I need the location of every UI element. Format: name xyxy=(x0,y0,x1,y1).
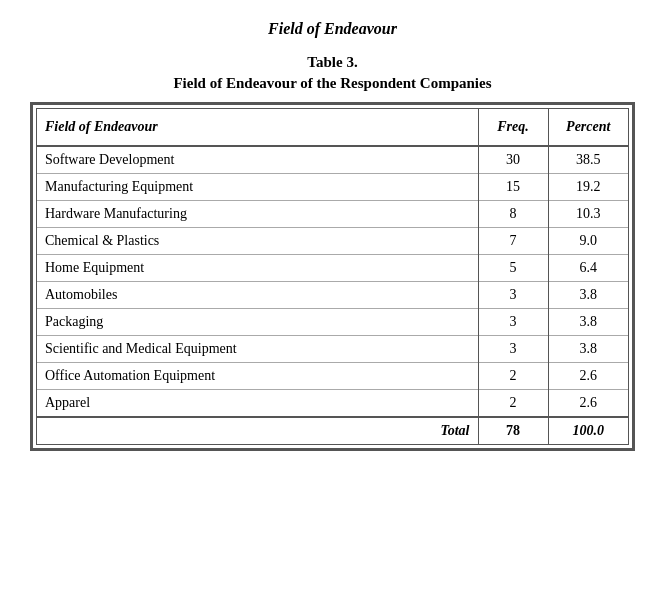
table-subtitle: Field of Endeavour of the Respondent Com… xyxy=(173,75,491,92)
cell-freq: 2 xyxy=(478,390,548,418)
table-row: Hardware Manufacturing810.3 xyxy=(37,201,628,228)
cell-freq: 2 xyxy=(478,363,548,390)
outer-border: Field of Endeavour Freq. Percent Softwar… xyxy=(30,102,635,451)
cell-percent: 3.8 xyxy=(548,309,628,336)
cell-field: Apparel xyxy=(37,390,478,418)
cell-freq: 7 xyxy=(478,228,548,255)
table-row: Software Development3038.5 xyxy=(37,146,628,174)
cell-percent: 6.4 xyxy=(548,255,628,282)
cell-percent: 10.3 xyxy=(548,201,628,228)
cell-field: Automobiles xyxy=(37,282,478,309)
cell-freq: 3 xyxy=(478,282,548,309)
table-row: Chemical & Plastics79.0 xyxy=(37,228,628,255)
cell-percent: 3.8 xyxy=(548,336,628,363)
header-freq: Freq. xyxy=(478,109,548,146)
footer-percent: 100.0 xyxy=(548,417,628,444)
table-row: Manufacturing Equipment1519.2 xyxy=(37,174,628,201)
header-percent: Percent xyxy=(548,109,628,146)
header-field: Field of Endeavour xyxy=(37,109,478,146)
table-header-row: Field of Endeavour Freq. Percent xyxy=(37,109,628,146)
table-row: Packaging33.8 xyxy=(37,309,628,336)
table-label: Table 3. xyxy=(307,54,357,71)
cell-freq: 8 xyxy=(478,201,548,228)
cell-field: Office Automation Equipment xyxy=(37,363,478,390)
cell-field: Scientific and Medical Equipment xyxy=(37,336,478,363)
cell-percent: 38.5 xyxy=(548,146,628,174)
cell-percent: 2.6 xyxy=(548,390,628,418)
data-table: Field of Endeavour Freq. Percent Softwar… xyxy=(37,109,628,444)
table-row: Home Equipment56.4 xyxy=(37,255,628,282)
cell-field: Packaging xyxy=(37,309,478,336)
cell-field: Home Equipment xyxy=(37,255,478,282)
table-row: Automobiles33.8 xyxy=(37,282,628,309)
cell-freq: 15 xyxy=(478,174,548,201)
inner-border: Field of Endeavour Freq. Percent Softwar… xyxy=(36,108,629,445)
footer-freq: 78 xyxy=(478,417,548,444)
table-row: Apparel22.6 xyxy=(37,390,628,418)
cell-freq: 5 xyxy=(478,255,548,282)
cell-percent: 9.0 xyxy=(548,228,628,255)
cell-field: Manufacturing Equipment xyxy=(37,174,478,201)
cell-percent: 3.8 xyxy=(548,282,628,309)
cell-freq: 30 xyxy=(478,146,548,174)
cell-percent: 2.6 xyxy=(548,363,628,390)
cell-freq: 3 xyxy=(478,309,548,336)
table-footer-row: Total 78 100.0 xyxy=(37,417,628,444)
table-row: Scientific and Medical Equipment33.8 xyxy=(37,336,628,363)
footer-label: Total xyxy=(37,417,478,444)
cell-freq: 3 xyxy=(478,336,548,363)
cell-field: Software Development xyxy=(37,146,478,174)
page-title: Field of Endeavour xyxy=(268,20,397,38)
table-row: Office Automation Equipment22.6 xyxy=(37,363,628,390)
cell-field: Chemical & Plastics xyxy=(37,228,478,255)
cell-field: Hardware Manufacturing xyxy=(37,201,478,228)
cell-percent: 19.2 xyxy=(548,174,628,201)
